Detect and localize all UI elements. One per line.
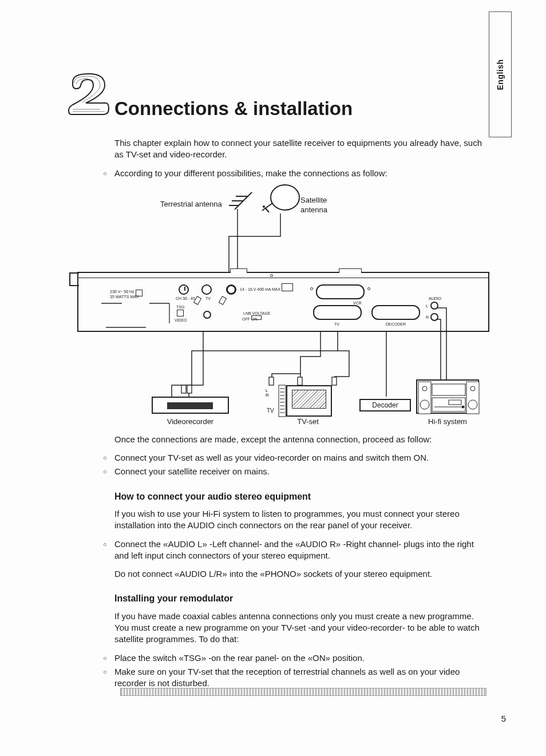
lnb-voltage-switch <box>251 315 262 320</box>
receiver-rear-panel: 230 V~ 50 Hz 35 WATTS MAX CH 30 - 45 TV … <box>77 272 489 332</box>
audio-r-label: R <box>426 315 429 320</box>
bullet-item: ○ Connect your TV-set as well as your vi… <box>103 452 486 464</box>
svg-rect-16 <box>194 296 201 304</box>
audio-l-port <box>430 302 438 310</box>
audio-r-port <box>430 313 438 321</box>
audio-l-label: L <box>426 303 428 308</box>
hifi-device <box>416 379 479 414</box>
svg-rect-19 <box>279 385 286 417</box>
audio-paragraph-2: Do not connect «AUDIO L/R» into the «PHO… <box>114 568 486 580</box>
svg-point-38 <box>462 406 464 408</box>
svg-rect-12 <box>269 377 274 385</box>
tv-side-grille <box>279 385 287 417</box>
screw-hole <box>367 287 370 290</box>
top-port <box>339 268 362 273</box>
bullet-item: ○ Connect the «AUDIO L» -Left channel- a… <box>103 539 486 562</box>
bullet-item: ○ Make sure on your TV-set that the rece… <box>103 666 486 690</box>
remod-section-heading: Installing your remodulator <box>114 592 486 605</box>
channel-dial <box>179 284 189 295</box>
bullet-text: Connect your TV-set as well as your vide… <box>114 452 486 464</box>
post-diagram-paragraph: Once the connections are made, except th… <box>114 434 486 445</box>
ch-label: CH 30 - 45 <box>176 296 195 301</box>
bullet-text: Place the switch «TSG» -on the rear pane… <box>114 652 486 664</box>
tsg-switch <box>177 310 184 316</box>
vcr-scart-label: VCR <box>353 300 362 306</box>
power-socket <box>136 290 143 296</box>
tvset-device <box>286 385 332 417</box>
hifi-label: Hi-fi system <box>416 417 479 427</box>
video-label: VIDEO <box>175 318 187 323</box>
tv-rf-port <box>201 284 212 295</box>
audio-label: AUDIO <box>429 296 441 301</box>
bullet-text: Connect the «AUDIO L» -Left channel- and… <box>114 539 486 562</box>
svg-rect-18 <box>102 303 169 327</box>
bullet-icon: ○ <box>103 168 114 179</box>
bullet-item: ○ According to your different possibilit… <box>103 168 486 179</box>
svg-text:R: R <box>266 393 269 398</box>
svg-rect-9 <box>181 385 186 393</box>
tv-small-label: TV <box>267 407 274 415</box>
bullet-text: According to your different possibilitie… <box>114 168 486 179</box>
decoder-label: Decoder <box>372 401 398 410</box>
intro-paragraph: This chapter explain how to connect your… <box>114 137 486 161</box>
screw-hole <box>270 274 273 277</box>
tvset-label: TV-set <box>279 417 337 427</box>
decoder-device: Decoder <box>359 399 411 411</box>
audio-paragraph-1: If you wish to use your Hi-Fi system to … <box>114 508 486 532</box>
bullet-icon: ○ <box>103 666 114 690</box>
lnb-plug-icon <box>218 295 230 306</box>
decoder-scart-label: DECODER <box>386 322 406 327</box>
audio-section-heading: How to connect your audio stereo equipme… <box>114 490 486 503</box>
power-spec-label: 230 V~ 50 Hz 35 WATTS MAX <box>110 289 139 300</box>
bullet-item: ○ Place the switch «TSG» -on the rear pa… <box>103 652 486 664</box>
connection-diagram: Terrestrial antenna Satellite antenna <box>74 185 504 425</box>
rf-plug-icon <box>193 295 204 306</box>
bullet-text: Connect your satellite receiver on mains… <box>114 466 486 477</box>
top-port <box>230 268 247 273</box>
screw-hole <box>310 287 313 290</box>
lnb-spec-label: 14 - 18 V 400 mA MAX <box>240 287 280 292</box>
bullet-icon: ○ <box>103 539 114 562</box>
bullet-item: ○ Connect your satellite receiver on mai… <box>103 466 486 477</box>
dashed-group <box>101 303 170 328</box>
page-number: 5 <box>501 713 506 725</box>
tv-rf-label: TV <box>205 296 211 301</box>
decoder-scart <box>371 305 420 320</box>
bullet-text: Make sure on your TV-set that the recept… <box>114 666 486 690</box>
bullet-icon: ○ <box>103 466 114 477</box>
videorecorder-device <box>152 397 229 414</box>
receiver-handle-icon <box>68 272 80 289</box>
chapter-number-icon <box>66 72 112 117</box>
lnb-input-port <box>226 284 236 295</box>
vcr-scart <box>316 284 365 299</box>
videorecorder-label: Videorecorder <box>152 417 229 427</box>
svg-rect-10 <box>332 377 337 385</box>
svg-rect-17 <box>219 296 227 304</box>
footer-decoration <box>120 688 486 696</box>
aux-port <box>203 311 211 319</box>
svg-rect-8 <box>187 385 192 393</box>
svg-rect-34 <box>432 384 465 395</box>
vcr-scart-top <box>282 283 293 291</box>
bullet-icon: ○ <box>103 652 114 664</box>
svg-rect-11 <box>298 377 302 385</box>
language-label: English <box>495 59 506 90</box>
chapter-title: Connections & installation <box>114 96 353 122</box>
bullet-icon: ○ <box>103 452 114 464</box>
tv-scart <box>313 305 362 320</box>
page-content: This chapter explain how to connect your… <box>103 137 486 691</box>
tv-scart-label: TV <box>334 322 339 327</box>
remod-paragraph-1: If you have made coaxial cables antenna … <box>114 611 486 646</box>
language-tab: English <box>489 11 512 137</box>
